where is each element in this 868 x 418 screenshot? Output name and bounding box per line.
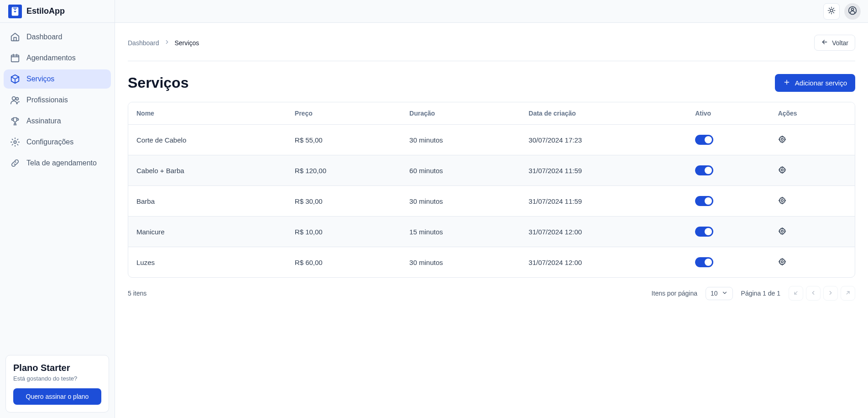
plus-icon (783, 79, 790, 87)
active-toggle[interactable] (695, 135, 713, 145)
gear-icon (778, 166, 786, 175)
sidebar-item-subscription[interactable]: Assinatura (4, 111, 111, 131)
sidebar-item-label: Serviços (26, 75, 54, 83)
calendar-icon (10, 53, 20, 63)
table-row: Luzes R$ 60,00 30 minutos 31/07/2024 12:… (128, 247, 855, 278)
plan-subtitle: Está gostando do teste? (13, 375, 101, 382)
col-duration: Duração (401, 102, 520, 125)
svg-rect-3 (11, 55, 19, 62)
next-page-button[interactable] (823, 286, 838, 301)
chevron-right-icon (164, 39, 170, 47)
link-icon (10, 158, 20, 168)
active-toggle[interactable] (695, 165, 713, 175)
cell-price: R$ 55,00 (287, 125, 401, 155)
cell-name: Barba (128, 186, 287, 217)
cell-price: R$ 30,00 (287, 186, 401, 217)
cell-created: 30/07/2024 17:23 (520, 125, 687, 155)
row-actions-button[interactable] (778, 166, 786, 175)
gear-icon (778, 196, 786, 206)
sidebar-item-professionals[interactable]: Profissionais (4, 90, 111, 110)
plan-cta-button[interactable]: Quero assinar o plano (13, 388, 101, 405)
gear-icon (778, 258, 786, 267)
sidebar-item-label: Profissionais (26, 96, 68, 104)
cell-name: Cabelo + Barba (128, 155, 287, 186)
last-page-button[interactable] (841, 286, 855, 301)
sidebar-item-dashboard[interactable]: Dashboard (4, 27, 111, 47)
sidebar-item-label: Tela de agendamento (26, 159, 97, 167)
page-title: Serviços (128, 74, 188, 91)
topbar (115, 0, 868, 23)
arrow-top-right-icon (845, 290, 851, 297)
svg-point-9 (852, 8, 854, 11)
sidebar-item-booking-page[interactable]: Tela de agendamento (4, 153, 111, 173)
col-created: Data de criação (520, 102, 687, 125)
breadcrumb-current: Serviços (175, 39, 199, 47)
row-actions-button[interactable] (778, 258, 786, 267)
sidebar-item-services[interactable]: Serviços (4, 69, 111, 89)
svg-point-1 (15, 9, 16, 10)
home-icon (10, 32, 20, 42)
sidebar-item-settings[interactable]: Configurações (4, 132, 111, 152)
cell-created: 31/07/2024 11:59 (520, 155, 687, 186)
row-actions-button[interactable] (778, 196, 786, 206)
cell-name: Manicure (128, 217, 287, 247)
sidebar-item-appointments[interactable]: Agendamentos (4, 48, 111, 68)
sidebar-item-label: Configurações (26, 138, 73, 146)
svg-point-13 (781, 230, 783, 232)
sidebar-item-label: Agendamentos (26, 54, 76, 62)
cell-duration: 30 minutos (401, 186, 520, 217)
active-toggle[interactable] (695, 196, 713, 206)
chevron-right-icon (827, 290, 834, 297)
gear-icon (778, 135, 786, 145)
svg-point-7 (830, 9, 833, 12)
per-page-select[interactable]: 10 (706, 287, 733, 300)
gear-icon (778, 227, 786, 237)
theme-toggle-button[interactable] (823, 3, 840, 20)
arrow-bottom-left-icon (793, 290, 799, 297)
cell-name: Corte de Cabelo (128, 125, 287, 155)
chevron-left-icon (810, 290, 816, 297)
cell-name: Luzes (128, 247, 287, 278)
cell-duration: 30 minutos (401, 247, 520, 278)
svg-point-5 (16, 98, 19, 101)
brand-header: EstiloApp (0, 0, 115, 23)
table-row: Manicure R$ 10,00 15 minutos 31/07/2024 … (128, 217, 855, 247)
cell-created: 31/07/2024 12:00 (520, 217, 687, 247)
table-row: Cabelo + Barba R$ 120,00 60 minutos 31/0… (128, 155, 855, 186)
plan-card: Plano Starter Está gostando do teste? Qu… (5, 355, 109, 413)
first-page-button[interactable] (789, 286, 803, 301)
svg-point-14 (781, 260, 783, 263)
profile-button[interactable] (844, 3, 861, 20)
table-row: Corte de Cabelo R$ 55,00 30 minutos 30/0… (128, 125, 855, 155)
gear-icon (10, 137, 20, 147)
services-table: Nome Preço Duração Data de criação Ativo… (128, 102, 855, 277)
users-icon (10, 95, 20, 105)
col-actions: Ações (770, 102, 855, 125)
chevron-down-icon (722, 290, 728, 297)
prev-page-button[interactable] (806, 286, 821, 301)
per-page-label: Itens por página (652, 290, 697, 297)
col-price: Preço (287, 102, 401, 125)
col-active: Ativo (687, 102, 769, 125)
breadcrumb-root[interactable]: Dashboard (128, 39, 159, 47)
cell-duration: 30 minutos (401, 125, 520, 155)
back-button[interactable]: Voltar (814, 35, 855, 51)
active-toggle[interactable] (695, 257, 713, 267)
row-actions-button[interactable] (778, 227, 786, 237)
col-name: Nome (128, 102, 287, 125)
cell-duration: 60 minutos (401, 155, 520, 186)
active-toggle[interactable] (695, 227, 713, 237)
add-service-label: Adicionar serviço (795, 79, 847, 87)
sidebar-item-label: Assinatura (26, 117, 61, 125)
cell-duration: 15 minutos (401, 217, 520, 247)
row-actions-button[interactable] (778, 135, 786, 145)
cell-price: R$ 10,00 (287, 217, 401, 247)
page-indicator: Página 1 de 1 (741, 290, 780, 297)
add-service-button[interactable]: Adicionar serviço (775, 74, 855, 92)
svg-point-4 (12, 97, 16, 100)
svg-point-12 (781, 199, 783, 201)
divider (128, 61, 855, 61)
user-circle-icon (848, 6, 857, 16)
cell-price: R$ 120,00 (287, 155, 401, 186)
cell-price: R$ 60,00 (287, 247, 401, 278)
